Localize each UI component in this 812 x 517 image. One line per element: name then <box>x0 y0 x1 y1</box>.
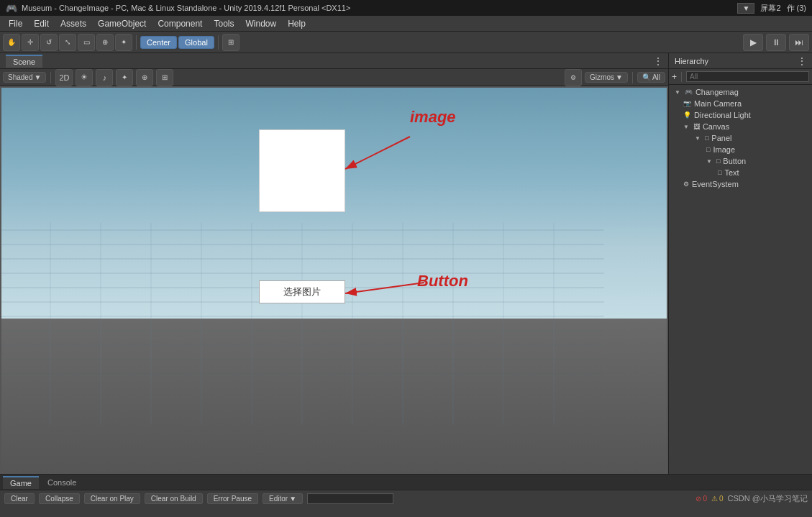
editor-arrow: ▼ <box>289 495 296 503</box>
button-label: Button <box>417 272 468 290</box>
scene-toolbar: Shaded ▼ 2D ☀ ♪ ✦ ⊕ ⊞ ⚙ Gizmos ▼ 🔍 All <box>0 69 668 86</box>
hier-main-camera[interactable]: 📷 Main Camera <box>669 98 812 109</box>
tool-rect[interactable]: ▭ <box>78 34 95 51</box>
hier-label-text: Text <box>724 168 739 177</box>
toolbar-separator-1 <box>136 35 137 50</box>
gizmos-settings[interactable]: ⚙ <box>565 69 582 86</box>
sep2 <box>632 72 633 83</box>
expand-panel: ▼ <box>695 135 701 142</box>
menu-file[interactable]: File <box>3 17 28 30</box>
hier-directional-light[interactable]: 💡 Directional Light <box>669 109 812 121</box>
menu-edit[interactable]: Edit <box>28 17 55 30</box>
effects-toggle[interactable]: ✦ <box>116 69 133 86</box>
tool-scale[interactable]: ⤡ <box>59 34 76 51</box>
bottom-tab-bar: Game Console <box>0 475 812 490</box>
tool-rotate[interactable]: ↺ <box>40 34 58 51</box>
hier-canvas[interactable]: ▼ 🖼 Canvas <box>669 121 812 132</box>
screen-label: 屏幕2 <box>760 3 780 14</box>
gizmos-dropdown[interactable]: Gizmos ▼ <box>585 72 628 83</box>
menu-tools[interactable]: Tools <box>208 17 240 30</box>
scene-tool-grid2[interactable]: ⊞ <box>156 69 173 86</box>
titlebar: 🎮 Museum - ChangeImage - PC, Mac & Linux… <box>0 0 812 16</box>
canvas-button: 选择图片 <box>259 280 345 303</box>
toolbar-right: ▶ ⏸ ⏭ <box>743 34 809 51</box>
menu-component[interactable]: Component <box>152 17 208 30</box>
menu-window[interactable]: Window <box>240 17 282 30</box>
button-text: 选择图片 <box>283 285 321 298</box>
hier-label-light: Directional Light <box>694 111 751 119</box>
warning-count: ⚠ 0 <box>711 495 724 503</box>
menu-help[interactable]: Help <box>282 17 311 30</box>
bottom-panel: Game Console Clear Collapse Clear on Pla… <box>0 474 812 517</box>
clear-on-build-button[interactable]: Clear on Build <box>145 493 203 504</box>
shading-arrow: ▼ <box>34 73 41 81</box>
hier-eventsystem[interactable]: ⚙ EventSystem <box>669 178 812 190</box>
hier-image[interactable]: □ Image <box>669 144 812 155</box>
scene-tab[interactable]: Scene <box>6 55 42 68</box>
menu-assets[interactable]: Assets <box>55 17 92 30</box>
scene-viewport[interactable]: image 选择图片 Button <box>0 86 668 474</box>
screen-dropdown[interactable]: ▼ <box>737 3 754 14</box>
image-label: image <box>410 108 456 127</box>
collapse-button[interactable]: Collapse <box>39 493 80 504</box>
main-toolbar: ✋ ✛ ↺ ⤡ ▭ ⊕ ✦ Center Global ⊞ ▶ ⏸ ⏭ <box>0 32 812 53</box>
pause-button[interactable]: ⏸ <box>766 34 786 51</box>
clear-button[interactable]: Clear <box>4 493 35 504</box>
bottom-right-status: ⊘ 0 ⚠ 0 CSDN @小马学习笔记 <box>695 493 808 504</box>
pivot-global[interactable]: Global <box>178 36 214 49</box>
audio-toggle[interactable]: ♪ <box>96 69 113 86</box>
bottom-toolbar: Clear Collapse Clear on Play Clear on Bu… <box>0 490 812 506</box>
clear-on-play-button[interactable]: Clear on Play <box>84 493 140 504</box>
scene-panel: Scene ⋮ Shaded ▼ 2D ☀ ♪ ✦ ⊕ ⊞ ⚙ Gizmos ▼ <box>0 53 668 474</box>
tool-grid[interactable]: ⊞ <box>222 34 240 51</box>
tool-transform[interactable]: ⊕ <box>96 34 114 51</box>
gizmos-arrow: ▼ <box>616 73 623 81</box>
tab-console[interactable]: Console <box>40 477 83 488</box>
tool-custom[interactable]: ✦ <box>115 34 132 51</box>
tool-move[interactable]: ✛ <box>22 34 39 51</box>
hier-icon-text: □ <box>718 169 721 176</box>
hierarchy-options[interactable]: ⋮ <box>798 56 806 66</box>
unity-icon: 🎮 <box>6 3 17 14</box>
search-icon: 🔍 <box>642 73 651 81</box>
canvas-image <box>259 129 345 212</box>
scene-header: Scene ⋮ <box>0 53 668 69</box>
pivot-center[interactable]: Center <box>140 36 177 49</box>
hierarchy-header: Hierarchy ⋮ <box>669 53 812 69</box>
hierarchy-content: ▼ 🎮 Changemag 📷 Main Camera 💡 Directiona… <box>669 85 812 474</box>
menu-gameobject[interactable]: GameObject <box>92 17 152 30</box>
play-button[interactable]: ▶ <box>743 34 763 51</box>
scene-tool-extra[interactable]: ⊕ <box>136 69 153 86</box>
hierarchy-tab[interactable]: Hierarchy <box>675 57 708 65</box>
error-pause-button[interactable]: Error Pause <box>207 493 258 504</box>
step-button[interactable]: ⏭ <box>789 34 809 51</box>
toolbar-separator-2 <box>218 35 219 50</box>
expand-icon: ▼ <box>675 89 680 96</box>
error-count: ⊘ 0 <box>695 495 707 503</box>
scene-options[interactable]: ⋮ <box>654 56 662 66</box>
console-search[interactable] <box>307 493 393 504</box>
titlebar-left: 🎮 Museum - ChangeImage - PC, Mac & Linux… <box>6 3 350 14</box>
shading-dropdown[interactable]: Shaded ▼ <box>3 72 46 83</box>
hier-panel[interactable]: ▼ □ Panel <box>669 132 812 144</box>
hier-label-panel: Panel <box>711 134 731 142</box>
tab-game[interactable]: Game <box>3 476 39 489</box>
ground-plane <box>0 319 668 474</box>
menubar: File Edit Assets GameObject Component To… <box>0 16 812 32</box>
hier-icon-light: 💡 <box>683 111 691 119</box>
hier-text[interactable]: □ Text <box>669 167 812 178</box>
hierarchy-add[interactable]: + <box>672 72 677 82</box>
hier-icon-panel: □ <box>705 134 708 142</box>
search-dropdown[interactable]: 🔍 All <box>637 72 665 83</box>
hierarchy-search[interactable] <box>686 71 809 82</box>
hier-sep <box>681 72 682 82</box>
hier-label-image: Image <box>713 145 735 154</box>
mode-2d[interactable]: 2D <box>55 69 73 86</box>
editor-dropdown[interactable]: Editor ▼ <box>263 493 303 504</box>
hier-changemag[interactable]: ▼ 🎮 Changemag <box>669 86 812 98</box>
tool-hand[interactable]: ✋ <box>3 34 20 51</box>
hier-label-canvas: Canvas <box>703 122 729 131</box>
lighting-toggle[interactable]: ☀ <box>76 69 93 86</box>
hier-button[interactable]: ▼ □ Button <box>669 155 812 167</box>
task-count: 作 (3) <box>787 3 807 14</box>
